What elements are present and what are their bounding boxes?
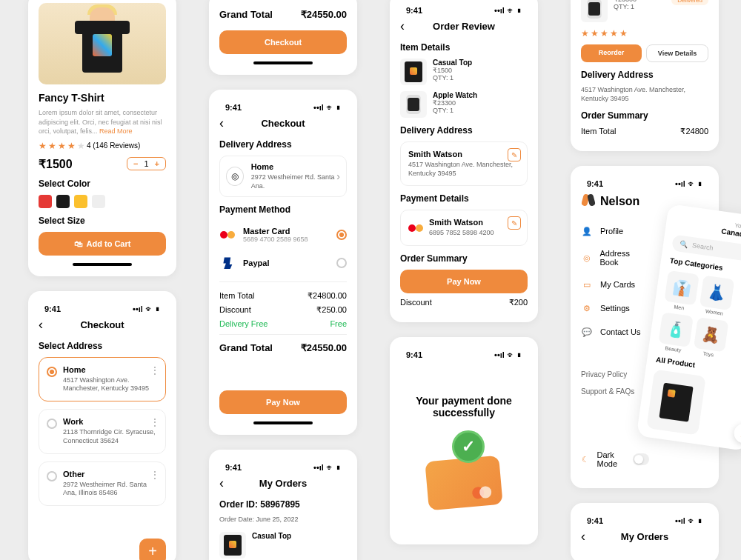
star-icon: ★ (58, 141, 66, 151)
cart-total-card: Grand Total₹24550.00 Checkout (209, 0, 357, 75)
delivery-address-label: Delivery Address (219, 139, 347, 150)
category-men[interactable]: 👔Men (663, 270, 700, 312)
support-link[interactable]: Support & FAQs (581, 383, 649, 400)
payment-paypal[interactable]: Paypal (219, 249, 347, 277)
star-icon: ★ (39, 141, 47, 151)
success-message: Your payment done successfully (408, 395, 520, 419)
address-option-work[interactable]: Work2118 Thornridge Cir. Syracuse, Conne… (39, 409, 166, 453)
radio-off[interactable] (47, 471, 57, 481)
payment-details-label: Payment Details (400, 193, 528, 204)
gear-icon: ⚙ (581, 302, 593, 314)
address-option-home[interactable]: Home4517 Washington Ave. Manchester, Ken… (39, 357, 166, 401)
review-item: Apple Watch₹23300QTY: 1 (400, 91, 528, 118)
order-detail-card: ₹23300QTY: 1 Delivered ★★★★★ Reorder Vie… (571, 0, 719, 151)
view-details-button[interactable]: View Details (646, 44, 708, 62)
home-icon[interactable]: ⌂ (733, 423, 741, 444)
privacy-link[interactable]: Privacy Policy (581, 366, 649, 383)
payment-method-label: Payment Method (219, 204, 347, 215)
header-title: Order Review (433, 21, 495, 32)
reorder-button[interactable]: Reorder (581, 44, 642, 62)
chevron-right-icon: › (336, 170, 340, 182)
header-title: My Orders (621, 531, 668, 542)
product-desc: Lorem ipsum dolor sit amet, consectetur … (39, 108, 166, 136)
delivery-address-label: Delivery Address (581, 70, 708, 80)
success-illustration: ✓ (419, 433, 508, 507)
address-option-other[interactable]: Other2972 Westheimer Rd. Santa Ana, Illi… (39, 461, 166, 506)
menu-address-book[interactable]: ◎Address Book (581, 243, 649, 273)
back-icon[interactable]: ‹ (581, 529, 585, 544)
radio-off[interactable] (336, 258, 347, 268)
status-icons: ••ıl ᯤ ▮ (313, 103, 341, 112)
qty-stepper[interactable]: − 1 + (127, 157, 166, 170)
edit-icon[interactable]: ✎ (508, 148, 521, 161)
home-indicator (73, 263, 132, 266)
card-icon: ▭ (581, 279, 593, 290)
toggle-switch[interactable] (633, 453, 649, 465)
category-women[interactable]: 👗Women (699, 276, 735, 317)
swatch-grey[interactable] (92, 195, 105, 208)
swatch-red[interactable] (39, 195, 52, 208)
select-address-screen: 9:41••ıl ᯤ ▮ ‹Checkout Select Address Ho… (28, 291, 176, 560)
back-icon[interactable]: ‹ (400, 19, 405, 34)
rating-text: 4 (146 Reviews) (87, 141, 140, 150)
search-icon: 🔍 (679, 240, 688, 248)
select-color-label: Select Color (39, 179, 166, 189)
qty-plus[interactable]: + (155, 159, 159, 168)
menu-screen: 9:41••ıl ᯤ ▮ Nelson 👤Profile ◎Address Bo… (571, 166, 719, 488)
radio-off[interactable] (47, 419, 57, 429)
menu-contact[interactable]: 💬Contact Us (581, 320, 649, 344)
header-title: My Orders (259, 478, 307, 489)
order-summary-label: Order Summary (581, 110, 708, 121)
home-indicator (253, 61, 313, 64)
status-icons: ••ıl ᯤ ▮ (675, 179, 702, 188)
moon-icon: ☾ (581, 453, 590, 465)
status-icons: ••ıl ᯤ ▮ (675, 516, 702, 525)
checkout-button[interactable]: Checkout (219, 30, 347, 54)
radio-on[interactable] (47, 367, 57, 377)
address-selector[interactable]: ◎ Home2972 Westheimer Rd. Santa Ana. › (219, 156, 347, 197)
product-price: ₹1500 (39, 157, 73, 171)
more-icon[interactable]: ⋮ (150, 417, 159, 427)
back-icon[interactable]: ‹ (39, 317, 43, 333)
more-icon[interactable]: ⋮ (150, 470, 159, 480)
mastercard-icon (220, 230, 235, 240)
pay-now-button[interactable]: Pay Now (219, 390, 347, 414)
menu-my-cards[interactable]: ▭My Cards (581, 273, 649, 296)
swatch-black[interactable] (56, 195, 70, 208)
status-icons: ••ıl ᯤ ▮ (494, 350, 522, 359)
review-address-card: Smith Watson 4517 Washington Ave. Manche… (400, 141, 528, 186)
edit-icon[interactable]: ✎ (508, 216, 521, 230)
category-beauty[interactable]: 🧴Beauty (657, 313, 694, 354)
read-more-link[interactable]: Read More (99, 127, 133, 135)
paypal-icon (222, 257, 233, 269)
select-size-label: Select Size (39, 216, 166, 226)
dark-mode-toggle[interactable]: ☾Dark Mode (581, 444, 649, 474)
product-title: Fancy T-Shirt (39, 92, 166, 104)
qty-minus[interactable]: − (133, 159, 138, 168)
status-time: 9:41 (587, 179, 603, 188)
menu-profile[interactable]: 👤Profile (581, 219, 649, 243)
back-icon[interactable]: ‹ (219, 476, 224, 491)
grand-total-value: ₹24550.00 (301, 9, 347, 20)
rating-stars[interactable]: ★★★★★ (581, 28, 708, 39)
more-icon[interactable]: ⋮ (150, 365, 159, 376)
star-icon: ★ (48, 141, 56, 151)
swatch-yellow[interactable] (74, 195, 87, 208)
item-thumb (219, 532, 246, 559)
address-icon: ◎ (581, 252, 593, 264)
back-icon[interactable]: ‹ (219, 116, 224, 131)
radio-on[interactable] (336, 230, 347, 240)
header-title: Checkout (261, 118, 305, 129)
product-thumb[interactable] (646, 370, 705, 436)
pay-now-button[interactable]: Pay Now (400, 270, 528, 293)
category-toys[interactable]: 🧸Toys (693, 317, 729, 359)
status-time: 9:41 (406, 6, 422, 15)
home-indicator (253, 421, 313, 424)
status-time: 9:41 (587, 516, 603, 525)
status-time: 9:41 (225, 463, 242, 472)
add-to-cart-button[interactable]: 🛍Add to Cart (39, 232, 166, 256)
product-image (39, 3, 166, 84)
menu-settings[interactable]: ⚙Settings (581, 296, 649, 320)
add-address-fab[interactable]: + (139, 539, 166, 560)
payment-mastercard[interactable]: Master Card5689 4700 2589 9658 (219, 221, 347, 249)
